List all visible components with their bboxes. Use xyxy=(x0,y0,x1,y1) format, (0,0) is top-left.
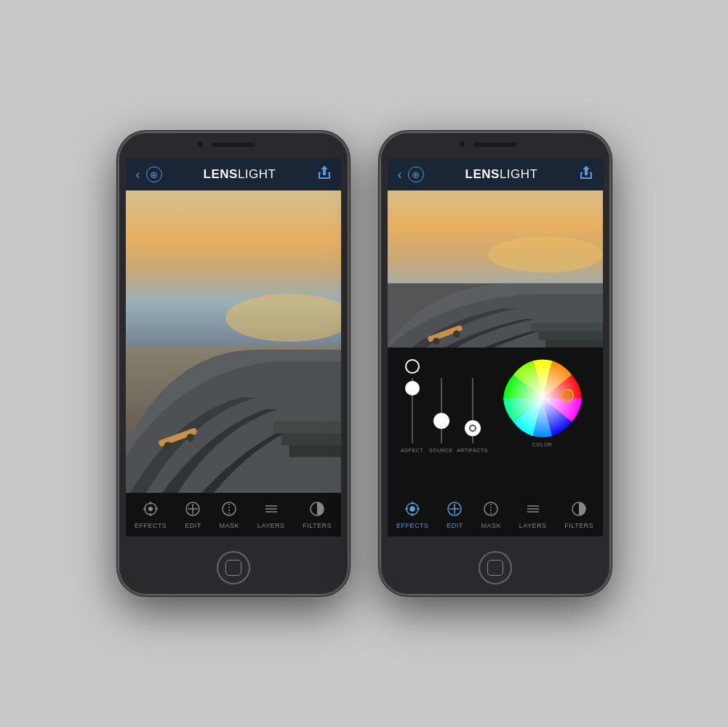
layers-icon-right xyxy=(525,501,541,521)
effects-icon-right xyxy=(404,501,420,521)
svg-rect-31 xyxy=(538,332,603,340)
color-wheel-label: COLOR xyxy=(532,442,552,447)
svg-rect-30 xyxy=(531,323,603,332)
back-button-right[interactable]: ‹ xyxy=(398,168,402,181)
home-button-left[interactable] xyxy=(217,551,250,585)
screen-left: ‹ ⊕ LENSLIGHT xyxy=(126,158,341,537)
filters-icon-right xyxy=(571,501,587,521)
mask-icon-left xyxy=(221,501,237,521)
toolbar-edit-right[interactable]: EDIT xyxy=(447,501,463,529)
artifacts-thumb[interactable] xyxy=(465,420,481,436)
toolbar-edit-left[interactable]: EDIT xyxy=(185,501,201,529)
svg-point-10 xyxy=(148,507,153,511)
effects-label-left: EFFECTS xyxy=(135,522,167,529)
speaker-left xyxy=(212,142,255,147)
source-thumb[interactable] xyxy=(433,413,449,429)
source-track[interactable] xyxy=(441,378,442,443)
edit-label-right: EDIT xyxy=(447,522,463,529)
svg-rect-8 xyxy=(289,445,340,457)
edit-icon-right xyxy=(447,501,463,521)
svg-point-34 xyxy=(503,359,582,438)
toolbar-layers-right[interactable]: LAYERS xyxy=(519,501,547,529)
sliders-area: ASPECT SOURCE xyxy=(395,353,489,453)
phone-left: ‹ ⊕ LENSLIGHT xyxy=(117,131,350,596)
toolbar-mask-right[interactable]: MASK xyxy=(481,501,501,529)
speaker-right xyxy=(473,142,517,147)
pan-arrow-right: → xyxy=(587,263,597,275)
color-wheel[interactable] xyxy=(503,359,582,438)
layers-icon-left xyxy=(263,501,279,521)
share-button-left[interactable] xyxy=(318,166,331,183)
mask-icon-right xyxy=(483,501,499,521)
back-button-left[interactable]: ‹ xyxy=(136,168,140,181)
toolbar-left: EFFECTS EDIT xyxy=(126,493,341,537)
photo-canvas-right: → xyxy=(388,190,603,348)
mask-label-left: MASK xyxy=(219,522,239,529)
nav-left-controls: ‹ ⊕ xyxy=(136,166,162,182)
share-button-right[interactable] xyxy=(580,166,593,183)
artifacts-slider-group: ARTIFACTS xyxy=(456,359,489,453)
app-title-right: LENSLIGHT xyxy=(465,167,538,182)
toolbar-effects-right[interactable]: EFFECTS xyxy=(396,501,429,529)
svg-point-36 xyxy=(564,392,571,399)
zoom-button-right[interactable]: ⊕ xyxy=(408,166,424,182)
photo-area-left xyxy=(126,190,341,493)
artifacts-label: ARTIFACTS xyxy=(457,448,488,453)
aspect-thumb[interactable] xyxy=(405,381,420,395)
phone-right: ‹ ⊕ LENSLIGHT xyxy=(379,131,612,596)
effects-icon-left xyxy=(143,501,159,521)
zoom-button-left[interactable]: ⊕ xyxy=(146,166,162,182)
aspect-slider-group: ASPECT xyxy=(398,359,427,453)
svg-rect-7 xyxy=(281,433,340,445)
filters-label-right: FILTERS xyxy=(564,522,593,529)
filters-icon-left xyxy=(309,501,325,521)
source-label: SOURCE xyxy=(429,448,453,453)
layers-label-left: LAYERS xyxy=(257,522,285,529)
toolbar-layers-left[interactable]: LAYERS xyxy=(257,501,285,529)
svg-rect-6 xyxy=(273,421,340,433)
svg-rect-32 xyxy=(545,340,603,348)
front-camera-left xyxy=(197,141,203,147)
aspect-circle[interactable] xyxy=(405,359,420,374)
screen-right: ‹ ⊕ LENSLIGHT xyxy=(388,158,603,537)
edit-label-left: EDIT xyxy=(185,522,201,529)
nav-bar-left: ‹ ⊕ LENSLIGHT xyxy=(126,158,341,190)
effects-label-right: EFFECTS xyxy=(396,522,429,529)
toolbar-mask-left[interactable]: MASK xyxy=(219,501,239,529)
app-title-left: LENSLIGHT xyxy=(204,167,276,182)
photo-area-right: → xyxy=(388,190,603,348)
svg-point-38 xyxy=(410,507,415,511)
controls-panel-right: ASPECT SOURCE xyxy=(388,348,603,493)
photo-canvas-left xyxy=(126,190,341,493)
layers-label-right: LAYERS xyxy=(519,522,547,529)
toolbar-right: EFFECTS EDIT xyxy=(388,493,603,537)
aspect-track[interactable] xyxy=(412,378,413,443)
front-camera-right xyxy=(459,141,465,147)
filters-label-left: FILTERS xyxy=(303,522,332,529)
toolbar-filters-left[interactable]: FILTERS xyxy=(303,501,332,529)
edit-icon-left xyxy=(185,501,201,521)
aspect-label: ASPECT xyxy=(401,448,423,453)
home-button-right[interactable] xyxy=(479,551,512,585)
source-slider-group: SOURCE xyxy=(427,359,456,453)
toolbar-effects-left[interactable]: EFFECTS xyxy=(135,501,167,529)
controls-row-right: ASPECT SOURCE xyxy=(388,348,603,493)
artifacts-track[interactable] xyxy=(472,378,473,443)
color-wheel-group: COLOR xyxy=(489,353,596,447)
toolbar-filters-right[interactable]: FILTERS xyxy=(564,501,593,529)
svg-point-25 xyxy=(488,237,603,273)
nav-left-controls-right: ‹ ⊕ xyxy=(398,166,424,182)
mask-label-right: MASK xyxy=(481,522,501,529)
nav-bar-right: ‹ ⊕ LENSLIGHT xyxy=(388,158,603,190)
